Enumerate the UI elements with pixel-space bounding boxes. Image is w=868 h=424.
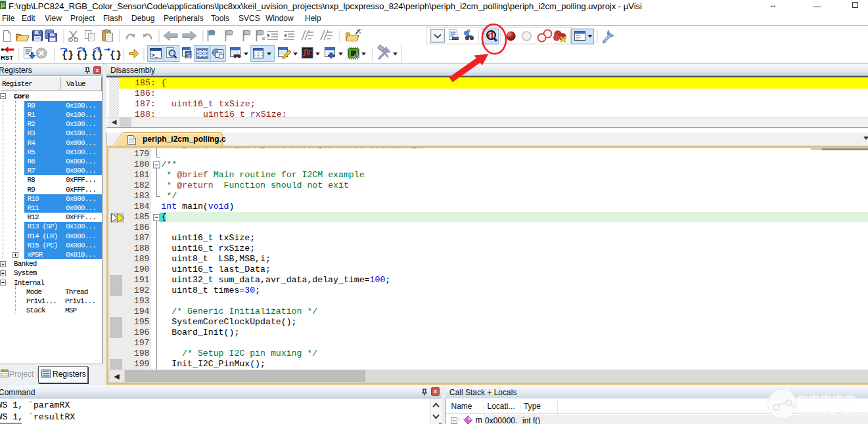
svg-text:>_: >_ bbox=[151, 53, 158, 59]
svg-text:RST: RST bbox=[1, 54, 13, 61]
svg-text:{}: {} bbox=[76, 50, 88, 60]
svg-text:www.elecfans.com: www.elecfans.com bbox=[798, 408, 868, 418]
svg-text:{}: {} bbox=[62, 50, 74, 60]
svg-text:S: S bbox=[186, 51, 191, 59]
svg-text:{}: {} bbox=[91, 50, 103, 60]
svg-text:{}: {} bbox=[110, 50, 122, 60]
